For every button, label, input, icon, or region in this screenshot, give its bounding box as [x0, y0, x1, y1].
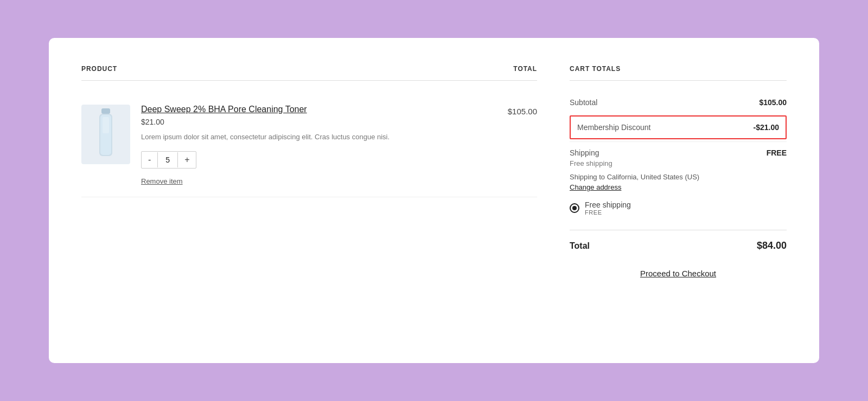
cart-totals-section: CART TOTALS Subtotal $105.00 Membership … — [570, 65, 787, 336]
cart-page: PRODUCT TOTAL Deep Sweep 2% BHA Pore Cle… — [49, 38, 819, 363]
quantity-decrease-button[interactable]: - — [142, 152, 157, 168]
subtotal-row: Subtotal $105.00 — [570, 92, 787, 113]
quantity-value: 5 — [157, 152, 178, 167]
product-description: Lorem ipsum dolor sit amet, consectetur … — [141, 132, 483, 143]
total-value: $84.00 — [757, 240, 787, 251]
table-row: Deep Sweep 2% BHA Pore Cleaning Toner $2… — [81, 94, 537, 197]
shipping-section: Shipping FREE Free shipping Shipping to … — [570, 141, 787, 221]
membership-discount-label: Membership Discount — [577, 123, 650, 132]
radio-button-inner — [572, 206, 577, 210]
product-unit-price: $21.00 — [141, 118, 483, 126]
svg-rect-0 — [101, 108, 110, 114]
shipping-address: Shipping to California, United States (U… — [570, 173, 787, 181]
change-address-link[interactable]: Change address — [570, 183, 621, 191]
shipping-options: Free shipping FREE — [570, 200, 787, 216]
quantity-increase-button[interactable]: + — [178, 152, 196, 168]
shipping-option-price: FREE — [585, 209, 631, 216]
subtotal-value: $105.00 — [759, 98, 787, 107]
shipping-sub-label: Free shipping — [570, 159, 787, 167]
quantity-control: - 5 + — [141, 151, 196, 169]
product-column-header: PRODUCT — [81, 65, 117, 73]
remove-item-button[interactable]: Remove item — [141, 177, 183, 185]
product-image — [81, 105, 130, 164]
proceed-to-checkout-button[interactable]: Proceed to Checkout — [570, 269, 787, 278]
item-total-price: $105.00 — [494, 105, 537, 116]
cart-header: PRODUCT TOTAL — [81, 65, 537, 81]
free-shipping-option[interactable]: Free shipping FREE — [570, 200, 787, 216]
shipping-label: Shipping — [570, 148, 599, 157]
shipping-value: FREE — [767, 148, 787, 157]
cart-items-section: PRODUCT TOTAL Deep Sweep 2% BHA Pore Cle… — [81, 65, 537, 336]
svg-rect-3 — [103, 117, 109, 133]
membership-discount-row: Membership Discount -$21.00 — [570, 115, 787, 139]
total-row: Total $84.00 — [570, 230, 787, 260]
product-name[interactable]: Deep Sweep 2% BHA Pore Cleaning Toner — [141, 105, 483, 114]
product-details: Deep Sweep 2% BHA Pore Cleaning Toner $2… — [141, 105, 483, 186]
radio-button-free-shipping[interactable] — [570, 203, 579, 213]
subtotal-label: Subtotal — [570, 98, 597, 107]
shipping-row: Shipping FREE — [570, 148, 787, 157]
total-column-header: TOTAL — [513, 65, 537, 73]
total-label: Total — [570, 241, 590, 251]
shipping-option-name: Free shipping — [585, 200, 631, 209]
cart-totals-title: CART TOTALS — [570, 65, 787, 81]
membership-discount-value: -$21.00 — [754, 123, 779, 132]
